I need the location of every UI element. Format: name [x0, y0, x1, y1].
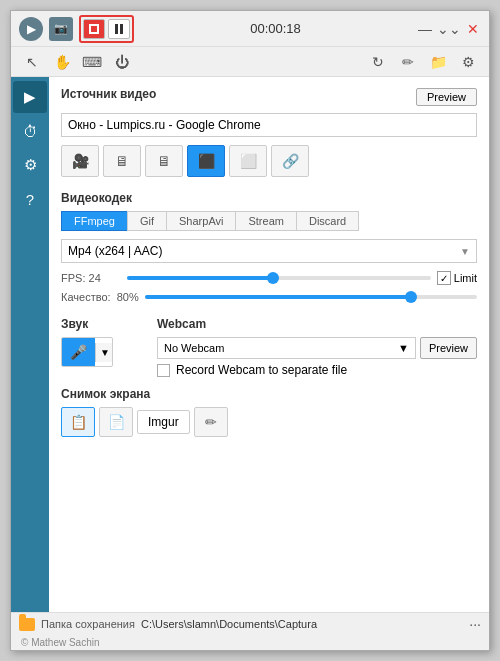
screenshot-buttons: 📋 📄 Imgur ✏: [61, 407, 477, 437]
sidebar-item-settings[interactable]: ⚙: [13, 149, 47, 181]
camera-icon[interactable]: 📷: [49, 17, 73, 41]
quality-slider-track[interactable]: [145, 295, 477, 299]
fps-slider-thumb[interactable]: [267, 272, 279, 284]
webcam-dropdown[interactable]: No Webcam ▼: [157, 337, 416, 359]
webcam-arrow-icon: ▼: [398, 342, 409, 354]
codec-title: Видеокодек: [61, 191, 477, 205]
codec-tab-stream[interactable]: Stream: [235, 211, 295, 231]
settings-tool-button[interactable]: ⚙: [455, 49, 481, 75]
keyboard-tool-button[interactable]: ⌨: [79, 49, 105, 75]
record-webcam-label: Record Webcam to separate file: [176, 363, 347, 377]
title-bar-left: ▶ 📷: [19, 15, 134, 43]
footer-more-button[interactable]: ···: [469, 616, 481, 632]
footer-label: Папка сохранения: [41, 618, 135, 630]
microphone-icon: 🎤: [62, 338, 95, 366]
cursor-tool-button[interactable]: ↖: [19, 49, 45, 75]
app-icon: ▶: [19, 17, 43, 41]
fps-value: 24: [89, 272, 101, 284]
content-panel: Источник видео Preview Окно - Lumpics.ru…: [49, 77, 489, 612]
quality-slider-row: Качество: 80%: [61, 291, 477, 303]
stop-button[interactable]: [83, 19, 105, 39]
codec-tabs: FFmpeg Gif SharpAvi Stream Discard: [61, 211, 477, 231]
source-preview-button[interactable]: Preview: [416, 88, 477, 106]
webcam-select-row: No Webcam ▼ Preview: [157, 337, 477, 359]
copyright: © Mathew Sachin: [11, 635, 489, 650]
imgur-button[interactable]: Imgur: [137, 410, 190, 434]
folder-tool-button[interactable]: 📁: [425, 49, 451, 75]
screenshot-title: Снимок экрана: [61, 387, 477, 401]
video-source-title: Источник видео: [61, 87, 156, 101]
record-webcam-row: Record Webcam to separate file: [157, 363, 477, 377]
quality-label: Качество: 80%: [61, 291, 139, 303]
source-type-window[interactable]: ⬛: [187, 145, 225, 177]
limit-checkbox-row: ✓ Limit: [437, 271, 477, 285]
sound-section: Звук 🎤 ▼: [61, 317, 141, 377]
webcam-title: Webcam: [157, 317, 477, 331]
source-type-fullscreen[interactable]: 🖥: [103, 145, 141, 177]
format-dropdown[interactable]: Mp4 (x264 | AAC) ▼: [61, 239, 477, 263]
codec-section: Видеокодек FFmpeg Gif SharpAvi Stream Di…: [61, 191, 477, 303]
record-group: [79, 15, 134, 43]
source-header-row: Источник видео Preview: [61, 87, 477, 107]
folder-icon: [19, 618, 35, 631]
source-type-monitor[interactable]: 🖥: [145, 145, 183, 177]
fps-slider-row: FPS: 24 ✓ Limit: [61, 271, 477, 285]
format-value: Mp4 (x264 | AAC): [68, 244, 163, 258]
video-source-section: Источник видео Preview Окно - Lumpics.ru…: [61, 87, 477, 177]
hand-tool-button[interactable]: ✋: [49, 49, 75, 75]
record-webcam-checkbox[interactable]: [157, 364, 170, 377]
pen-tool-button[interactable]: ✏: [395, 49, 421, 75]
dropdown-arrow-icon: ▼: [460, 246, 470, 257]
quality-slider-thumb[interactable]: [405, 291, 417, 303]
codec-tab-discard[interactable]: Discard: [296, 211, 359, 231]
fps-slider-track[interactable]: [127, 276, 431, 280]
source-type-region[interactable]: ⬜: [229, 145, 267, 177]
screenshot-copy-button[interactable]: 📋: [61, 407, 95, 437]
pause-button[interactable]: [108, 19, 130, 39]
webcam-value: No Webcam: [164, 342, 224, 354]
limit-label: Limit: [454, 272, 477, 284]
screenshot-pen-button[interactable]: ✏: [194, 407, 228, 437]
title-bar: ▶ 📷 00:00:18 — ⌄⌄ ✕: [11, 11, 489, 47]
sidebar-item-history[interactable]: ⏱: [13, 115, 47, 147]
source-select-field[interactable]: Окно - Lumpics.ru - Google Chrome: [61, 113, 477, 137]
sound-dropdown-arrow[interactable]: ▼: [95, 343, 113, 362]
fps-label: FPS: 24: [61, 272, 121, 284]
screenshot-save-button[interactable]: 📄: [99, 407, 133, 437]
webcam-preview-button[interactable]: Preview: [420, 337, 477, 359]
minimize-button[interactable]: —: [417, 21, 433, 37]
sound-webcam-row: Звук 🎤 ▼ Webcam No Webcam ▼ Preview: [61, 317, 477, 377]
sidebar-item-help[interactable]: ?: [13, 183, 47, 215]
quality-slider-fill: [145, 295, 411, 299]
close-button[interactable]: ✕: [465, 21, 481, 37]
app-window: ▶ 📷 00:00:18 — ⌄⌄ ✕ ↖ ✋ ⌨ ⏻ ↻ ✏: [10, 10, 490, 651]
sound-button[interactable]: 🎤 ▼: [61, 337, 113, 367]
screenshot-section: Снимок экрана 📋 📄 Imgur ✏: [61, 387, 477, 437]
main-area: ▶ ⏱ ⚙ ? Источник видео Preview Окно - Lu…: [11, 77, 489, 612]
maximize-button[interactable]: ⌄⌄: [441, 21, 457, 37]
webcam-section: Webcam No Webcam ▼ Preview Record Webcam…: [157, 317, 477, 377]
source-type-webcam[interactable]: 🎥: [61, 145, 99, 177]
codec-tab-sharpavi[interactable]: SharpAvi: [166, 211, 235, 231]
refresh-tool-button[interactable]: ↻: [365, 49, 391, 75]
footer: Папка сохранения C:\Users\slamn\Document…: [11, 612, 489, 635]
fps-slider-fill: [127, 276, 273, 280]
quality-value: 80%: [117, 291, 139, 303]
sidebar-item-video[interactable]: ▶: [13, 81, 47, 113]
toolbar: ↖ ✋ ⌨ ⏻ ↻ ✏ 📁 ⚙: [11, 47, 489, 77]
window-controls: — ⌄⌄ ✕: [417, 21, 481, 37]
source-type-buttons: 🎥 🖥 🖥 ⬛ ⬜ 🔗: [61, 145, 477, 177]
power-tool-button[interactable]: ⏻: [109, 49, 135, 75]
sound-title: Звук: [61, 317, 141, 331]
codec-tab-gif[interactable]: Gif: [127, 211, 166, 231]
sidebar: ▶ ⏱ ⚙ ?: [11, 77, 49, 612]
codec-tab-ffmpeg[interactable]: FFmpeg: [61, 211, 127, 231]
source-type-link[interactable]: 🔗: [271, 145, 309, 177]
timer-display: 00:00:18: [134, 21, 417, 36]
footer-path: C:\Users\slamn\Documents\Captura: [141, 618, 463, 630]
limit-checkbox[interactable]: ✓: [437, 271, 451, 285]
